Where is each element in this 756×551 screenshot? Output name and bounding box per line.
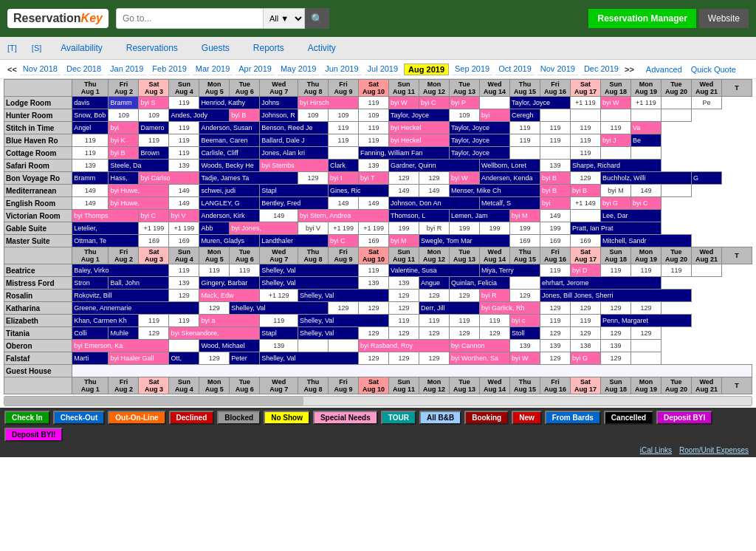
ical-links[interactable]: iCal Links <box>640 446 672 454</box>
nav-availability[interactable]: Availability <box>56 40 106 56</box>
cell[interactable] <box>600 147 630 160</box>
cell[interactable]: byi B <box>109 147 139 160</box>
cell[interactable]: Metcalf, S <box>480 197 540 210</box>
month-may-2019[interactable]: May 2019 <box>278 63 319 75</box>
cell[interactable]: 169 <box>139 235 169 247</box>
month-jun-2019[interactable]: Jun 2019 <box>322 63 361 75</box>
cell[interactable]: byi <box>480 109 510 122</box>
cell[interactable]: Colli <box>72 327 109 340</box>
reservation-manager-button[interactable]: Reservation Manager <box>588 9 695 28</box>
nav-activity[interactable]: Activity <box>303 40 340 56</box>
cell[interactable]: +1 119 <box>570 97 600 109</box>
month-aug-2019-current[interactable]: Aug 2019 <box>404 64 449 75</box>
cell[interactable]: Marti <box>72 352 109 365</box>
cell[interactable]: Clark <box>329 160 359 172</box>
month-nov-2019[interactable]: Nov 2019 <box>537 63 578 75</box>
cell[interactable]: 169 <box>510 235 540 247</box>
cell[interactable]: Carlisle, Cliff <box>199 147 260 160</box>
month-jul-2019[interactable]: Jul 2019 <box>365 63 402 75</box>
legend-new[interactable]: New <box>512 411 542 425</box>
cell[interactable]: byi Hirsch <box>298 97 359 109</box>
cell[interactable]: Ceregh <box>510 109 540 122</box>
cell[interactable]: 119 <box>169 315 199 327</box>
cell[interactable]: 129 <box>389 290 419 302</box>
cell[interactable]: 139 <box>540 160 570 172</box>
cell[interactable]: byi V <box>298 222 329 235</box>
cell[interactable]: 129 <box>540 352 570 365</box>
cell[interactable]: 119 <box>630 264 661 277</box>
cell[interactable]: Lee, Dar <box>600 210 661 222</box>
legend-check-out[interactable]: Check-Out <box>53 411 106 425</box>
cell[interactable]: Thomson, L <box>389 210 450 222</box>
cell[interactable]: 149 <box>72 197 109 210</box>
cell[interactable]: 139 <box>600 340 630 352</box>
cell[interactable]: 109 <box>298 109 329 122</box>
cell[interactable]: 129 <box>329 302 359 315</box>
cell[interactable]: 129 <box>570 172 600 185</box>
legend-cancelled[interactable]: Cancelled <box>604 411 653 425</box>
availability-bracket-s[interactable]: [S] <box>32 44 41 52</box>
cell[interactable]: 139 <box>169 160 199 172</box>
legend-blocked[interactable]: Blocked <box>217 411 261 425</box>
cell[interactable]: Baley, Virko <box>72 264 169 277</box>
cell[interactable]: Swegle, Tom Mar <box>419 235 510 247</box>
cell[interactable]: 129 <box>450 327 480 340</box>
cell[interactable]: Andes, Jody <box>169 109 230 122</box>
cell[interactable]: Va <box>630 122 661 134</box>
cell[interactable]: 169 <box>570 235 600 247</box>
cell[interactable]: byi D <box>570 264 600 277</box>
cell[interactable]: byi T <box>359 172 389 185</box>
cell[interactable]: Pe <box>691 97 721 109</box>
cell[interactable]: 169 <box>169 235 199 247</box>
cell[interactable]: byi I <box>329 172 359 185</box>
cell[interactable]: 119 <box>600 122 630 134</box>
cell[interactable] <box>329 147 359 160</box>
cell[interactable]: 119 <box>139 315 169 327</box>
legend-declined[interactable]: Declined <box>169 411 215 425</box>
room-unit-expenses[interactable]: Room/Unit Expenses <box>679 446 749 454</box>
cell[interactable]: Be <box>630 134 661 147</box>
month-apr-2019[interactable]: Apr 2019 <box>236 63 275 75</box>
cell[interactable]: 109 <box>329 109 359 122</box>
cell[interactable]: 119 <box>329 134 359 147</box>
cell[interactable]: LANGLEY, G <box>199 197 260 210</box>
cell[interactable]: byi R <box>480 290 510 302</box>
cell[interactable]: Henriod, Kathy <box>199 97 260 109</box>
advanced-link[interactable]: Advanced <box>643 64 685 75</box>
cell[interactable]: ehrhart, Jerome <box>540 277 661 290</box>
search-dropdown[interactable]: All ▼ <box>264 8 305 29</box>
horizontal-scrollbar[interactable] <box>4 396 752 406</box>
cell[interactable]: 129 <box>540 327 570 340</box>
cell[interactable]: Gines, Ric <box>329 185 389 197</box>
cell[interactable] <box>630 352 661 365</box>
cell[interactable]: 149 <box>359 197 389 210</box>
cell[interactable]: byi Huwe, <box>109 185 169 197</box>
cell[interactable]: Sharpe, Richard <box>570 160 661 172</box>
cell[interactable]: Shelley, Val <box>260 264 359 277</box>
cell[interactable]: Gardner, Quinn <box>389 160 480 172</box>
cell[interactable]: 149 <box>72 185 109 197</box>
cell[interactable]: 149 <box>419 185 450 197</box>
cell[interactable]: 199 <box>480 222 510 235</box>
cell[interactable]: 129 <box>199 352 230 365</box>
cell[interactable] <box>630 147 661 160</box>
cell[interactable]: Shelley, Val <box>298 327 359 340</box>
cell[interactable]: 169 <box>359 235 389 247</box>
cell[interactable]: 119 <box>169 122 199 134</box>
cell[interactable]: 119 <box>169 97 199 109</box>
cell[interactable]: Muhle <box>109 327 139 340</box>
cell[interactable]: byi Skenandore, <box>169 327 260 340</box>
legend-from-bards[interactable]: From Bards <box>545 411 601 425</box>
cell[interactable]: byi C <box>139 210 169 222</box>
cell[interactable]: Ott, <box>169 352 199 365</box>
cell[interactable]: Ball, John <box>109 277 169 290</box>
cell[interactable]: 129 <box>199 302 230 315</box>
cell[interactable]: 129 <box>570 302 600 315</box>
cell[interactable]: 129 <box>139 327 169 340</box>
cell[interactable]: 199 <box>540 222 570 235</box>
cell[interactable]: byi W <box>450 172 480 185</box>
month-nov-2018[interactable]: Nov 2018 <box>20 63 61 75</box>
cell[interactable]: 119 <box>329 122 359 134</box>
cell[interactable]: Penn, Margaret <box>600 315 691 327</box>
prev-arrow[interactable]: << <box>7 65 17 74</box>
